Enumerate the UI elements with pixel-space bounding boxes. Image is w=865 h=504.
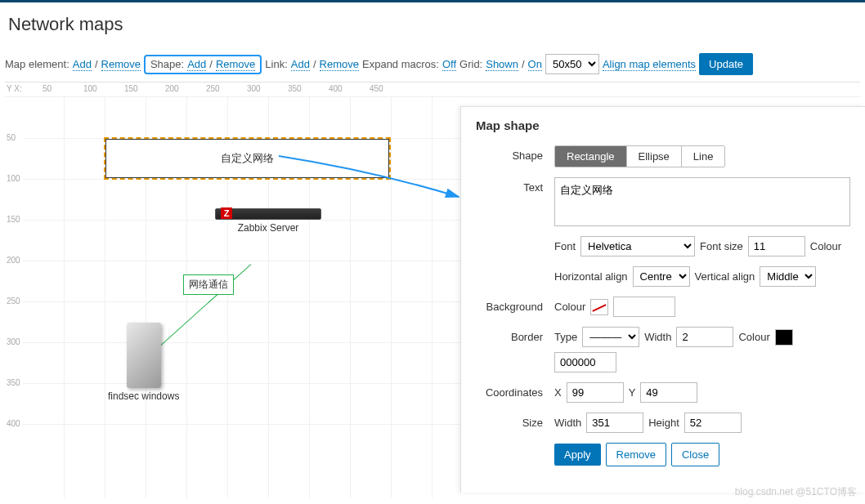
map-shape-panel: Map shape Shape Rectangle Ellipse Line T… xyxy=(460,106,865,493)
border-width-label: Width xyxy=(644,331,671,343)
bg-colour-label: Colour xyxy=(554,301,585,313)
y-label: Y xyxy=(629,386,636,399)
size-label: Size xyxy=(476,413,554,429)
update-button[interactable]: Update xyxy=(699,53,753,75)
text-colour-label: Colour xyxy=(810,240,841,252)
remove-button[interactable]: Remove xyxy=(606,443,666,466)
bg-colour-swatch[interactable] xyxy=(590,299,608,315)
fontsize-label: Font size xyxy=(700,240,743,252)
width-input[interactable] xyxy=(586,413,643,433)
height-input[interactable] xyxy=(684,413,742,433)
x-input[interactable] xyxy=(567,382,624,403)
link-add[interactable]: Add xyxy=(291,58,310,71)
valign-select[interactable]: Middle xyxy=(760,266,816,287)
grid-on[interactable]: On xyxy=(528,58,542,71)
grid-label: Grid: xyxy=(459,58,482,70)
map-element-label: Map element: xyxy=(5,58,69,70)
border-type-label: Type xyxy=(554,331,577,343)
panel-title: Map shape xyxy=(476,118,850,132)
background-label: Background xyxy=(476,297,554,313)
halign-select[interactable]: Centre xyxy=(633,266,690,287)
tab-rectangle[interactable]: Rectangle xyxy=(555,146,627,167)
server-rack-icon xyxy=(215,208,321,220)
toolbar: Map element: Add/ Remove Shape: Add/ Rem… xyxy=(0,47,865,82)
shape-type-tabs: Rectangle Ellipse Line xyxy=(554,145,725,167)
link-label: Link: xyxy=(265,58,287,70)
border-label: Border xyxy=(476,327,554,343)
grid-shown[interactable]: Shown xyxy=(486,58,518,71)
shape-type-label: Shape xyxy=(476,145,554,162)
x-label: X xyxy=(554,386,562,399)
host-node[interactable]: findsec windows xyxy=(108,323,179,402)
text-label: Text xyxy=(476,177,554,194)
map-element-remove[interactable]: Remove xyxy=(101,58,141,71)
font-label: Font xyxy=(554,240,576,252)
tower-icon xyxy=(127,323,161,388)
text-input[interactable]: 自定义网络 xyxy=(554,177,850,226)
apply-button[interactable]: Apply xyxy=(554,444,601,466)
map-element-add[interactable]: Add xyxy=(73,58,92,71)
shape-rectangle-text: 自定义网络 xyxy=(221,151,274,166)
halign-label: Horizontal align xyxy=(554,270,628,283)
link-label-box[interactable]: 网络通信 xyxy=(183,274,234,295)
ruler-top: 50 100 150 200 250 300 350 400 450 xyxy=(5,83,860,97)
ruler-left: 50 100 150 200 250 300 350 400 xyxy=(5,97,21,498)
border-colour-swatch[interactable] xyxy=(775,329,793,346)
coordinates-label: Coordinates xyxy=(476,382,554,399)
link-remove[interactable]: Remove xyxy=(320,58,359,71)
grid-size-select[interactable]: 50x50 xyxy=(545,54,599,74)
width-label: Width xyxy=(554,417,581,429)
zabbix-server-node[interactable]: Zabbix Server xyxy=(215,208,321,234)
tab-ellipse[interactable]: Ellipse xyxy=(627,146,682,167)
border-type-select[interactable]: ——— xyxy=(582,327,639,347)
top-bar xyxy=(0,0,865,2)
bg-colour-input[interactable] xyxy=(613,297,675,317)
border-colour-input[interactable] xyxy=(554,352,616,372)
shape-label: Shape: xyxy=(150,58,184,70)
watermark: blog.csdn.net @51CTO博客 xyxy=(735,485,857,498)
border-colour-label: Colour xyxy=(738,331,769,343)
page-title: Network maps xyxy=(0,7,865,47)
zabbix-server-label: Zabbix Server xyxy=(238,222,299,234)
height-label: Height xyxy=(648,417,679,429)
font-select[interactable]: Helvetica xyxy=(580,236,695,256)
tab-line[interactable]: Line xyxy=(682,146,725,167)
expand-macros-label: Expand macros: xyxy=(362,58,439,70)
align-map-elements[interactable]: Align map elements xyxy=(603,58,696,71)
border-width-input[interactable] xyxy=(676,327,733,347)
valign-label: Vertical align xyxy=(695,270,755,283)
close-button[interactable]: Close xyxy=(671,443,719,466)
shape-control-highlight: Shape: Add/ Remove xyxy=(144,55,262,74)
shape-remove[interactable]: Remove xyxy=(216,58,255,71)
shape-add[interactable]: Add xyxy=(187,58,206,71)
shape-rectangle[interactable]: 自定义网络 xyxy=(104,137,391,180)
fontsize-input[interactable] xyxy=(748,236,805,256)
y-input[interactable] xyxy=(640,382,697,403)
host-label: findsec windows xyxy=(108,390,179,402)
expand-macros-toggle[interactable]: Off xyxy=(442,58,456,71)
